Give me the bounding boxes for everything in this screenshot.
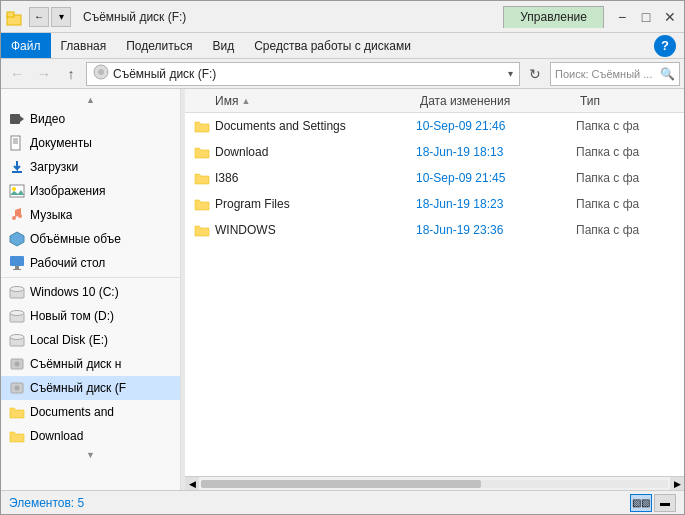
drive-e-icon xyxy=(9,332,25,348)
explorer-window: ← ▾ Съёмный диск (F:) Управление − □ ✕ Ф… xyxy=(0,0,685,515)
scroll-left-btn[interactable]: ◀ xyxy=(185,477,199,491)
file-name-0: Documents and Settings xyxy=(215,119,416,133)
address-bar: ← → ↑ Съёмный диск (F:) ▾ ↻ Поиск: Съёмн… xyxy=(1,59,684,89)
svg-point-20 xyxy=(10,287,24,292)
forward-button[interactable]: → xyxy=(32,62,56,86)
image-icon xyxy=(9,183,25,199)
toolbar-buttons: ← ▾ xyxy=(29,7,71,27)
toolbar-menu[interactable]: ▾ xyxy=(51,7,71,27)
menu-disk-tools[interactable]: Средства работы с дисками xyxy=(244,33,421,58)
sidebar-item-removable1[interactable]: Съёмный диск н xyxy=(1,352,180,376)
file-type-4: Папка с фа xyxy=(576,223,676,237)
file-date-2: 10-Sep-09 21:45 xyxy=(416,171,576,185)
view-details-btn[interactable]: ▧▧ xyxy=(630,494,652,512)
main-area: ▲ Видео Документы xyxy=(1,89,684,490)
view-buttons: ▧▧ ▬ xyxy=(630,494,676,512)
file-name-2: I386 xyxy=(215,171,416,185)
close-button[interactable]: ✕ xyxy=(660,7,680,27)
up-button[interactable]: ↑ xyxy=(59,62,83,86)
window-controls: − □ ✕ xyxy=(612,7,680,27)
folder-icon-2 xyxy=(193,169,211,187)
folder-docs-icon xyxy=(9,404,25,420)
removable-icon2 xyxy=(9,380,25,396)
scroll-track[interactable] xyxy=(201,480,668,488)
sidebar-item-desktop[interactable]: Рабочий стол xyxy=(1,251,180,275)
sidebar-label-3d: Объёмные объе xyxy=(30,232,121,246)
file-date-4: 18-Jun-19 23:36 xyxy=(416,223,576,237)
sidebar-label-docs-subfolder: Documents and xyxy=(30,405,114,419)
file-row-2[interactable]: I386 10-Sep-09 21:45 Папка с фа xyxy=(185,165,684,191)
file-row-1[interactable]: Download 18-Jun-19 18:13 Папка с фа xyxy=(185,139,684,165)
address-dropdown-arrow[interactable]: ▾ xyxy=(508,68,513,79)
col-header-name[interactable]: Имя ▲ xyxy=(211,89,416,112)
sidebar-divider xyxy=(1,277,180,278)
file-date-0: 10-Sep-09 21:46 xyxy=(416,119,576,133)
sidebar-label-c-drive: Windows 10 (C:) xyxy=(30,285,119,299)
folder-icon-3 xyxy=(193,195,211,213)
back-button[interactable]: ← xyxy=(5,62,29,86)
address-text: Съёмный диск (F:) xyxy=(113,67,504,81)
menu-home[interactable]: Главная xyxy=(51,33,117,58)
refresh-button[interactable]: ↻ xyxy=(523,62,547,86)
minimize-button[interactable]: − xyxy=(612,7,632,27)
horizontal-scrollbar[interactable]: ◀ ▶ xyxy=(185,476,684,490)
manage-tab[interactable]: Управление xyxy=(503,6,604,28)
file-row-4[interactable]: WINDOWS 18-Jun-19 23:36 Папка с фа xyxy=(185,217,684,243)
file-type-0: Папка с фа xyxy=(576,119,676,133)
sidebar-label-removable1: Съёмный диск н xyxy=(30,357,121,371)
svg-point-22 xyxy=(10,311,24,316)
svg-rect-18 xyxy=(13,269,21,270)
sidebar-item-3d[interactable]: Объёмные объе xyxy=(1,227,180,251)
file-list-container: Имя ▲ Дата изменения Тип Documents and S… xyxy=(185,89,684,490)
sidebar-scroll-down: ▼ xyxy=(1,448,180,462)
menu-view[interactable]: Вид xyxy=(202,33,244,58)
toolbar-back[interactable]: ← xyxy=(29,7,49,27)
sort-arrow: ▲ xyxy=(241,96,250,106)
sidebar-item-docs-subfolder[interactable]: Documents and xyxy=(1,400,180,424)
sidebar-item-f-drive[interactable]: Съёмный диск (F xyxy=(1,376,180,400)
svg-point-26 xyxy=(15,362,20,367)
svg-point-12 xyxy=(12,187,16,191)
scroll-thumb[interactable] xyxy=(201,480,481,488)
sidebar-label-e-drive: Local Disk (E:) xyxy=(30,333,108,347)
search-icon: 🔍 xyxy=(660,67,675,81)
sidebar-item-c-drive[interactable]: Windows 10 (C:) xyxy=(1,280,180,304)
window-icon xyxy=(5,7,25,27)
col-header-date[interactable]: Дата изменения xyxy=(416,89,576,112)
title-bar: ← ▾ Съёмный диск (F:) Управление − □ ✕ xyxy=(1,1,684,33)
file-row-0[interactable]: Documents and Settings 10-Sep-09 21:46 П… xyxy=(185,113,684,139)
sidebar-item-downloads[interactable]: Загрузки xyxy=(1,155,180,179)
sidebar-scroll-up: ▲ xyxy=(1,93,180,107)
svg-point-14 xyxy=(18,214,22,218)
col-header-type[interactable]: Тип xyxy=(576,89,676,112)
sidebar-item-images[interactable]: Изображения xyxy=(1,179,180,203)
sidebar-item-d-drive[interactable]: Новый том (D:) xyxy=(1,304,180,328)
menu-file[interactable]: Файл xyxy=(1,33,51,58)
sidebar-item-documents[interactable]: Документы xyxy=(1,131,180,155)
menu-share[interactable]: Поделиться xyxy=(116,33,202,58)
svg-rect-17 xyxy=(15,266,19,269)
file-type-1: Папка с фа xyxy=(576,145,676,159)
maximize-button[interactable]: □ xyxy=(636,7,656,27)
help-button[interactable]: ? xyxy=(654,35,676,57)
sidebar-label-music: Музыка xyxy=(30,208,72,222)
scroll-right-btn[interactable]: ▶ xyxy=(670,477,684,491)
status-bar: Элементов: 5 ▧▧ ▬ xyxy=(1,490,684,514)
search-box[interactable]: Поиск: Съёмный ... 🔍 xyxy=(550,62,680,86)
download-icon xyxy=(9,159,25,175)
sidebar-item-video[interactable]: Видео xyxy=(1,107,180,131)
svg-rect-11 xyxy=(10,185,24,197)
removable-icon1 xyxy=(9,356,25,372)
svg-point-24 xyxy=(10,335,24,340)
view-list-btn[interactable]: ▬ xyxy=(654,494,676,512)
sidebar-item-download-subfolder[interactable]: Download xyxy=(1,424,180,448)
menu-right: ? xyxy=(646,33,684,58)
sidebar-item-music[interactable]: Музыка xyxy=(1,203,180,227)
file-row-3[interactable]: Program Files 18-Jun-19 18:23 Папка с фа xyxy=(185,191,684,217)
document-icon xyxy=(9,135,25,151)
address-box[interactable]: Съёмный диск (F:) ▾ xyxy=(86,62,520,86)
sidebar-item-e-drive[interactable]: Local Disk (E:) xyxy=(1,328,180,352)
sidebar-label-f-drive: Съёмный диск (F xyxy=(30,381,126,395)
file-name-4: WINDOWS xyxy=(215,223,416,237)
file-name-1: Download xyxy=(215,145,416,159)
